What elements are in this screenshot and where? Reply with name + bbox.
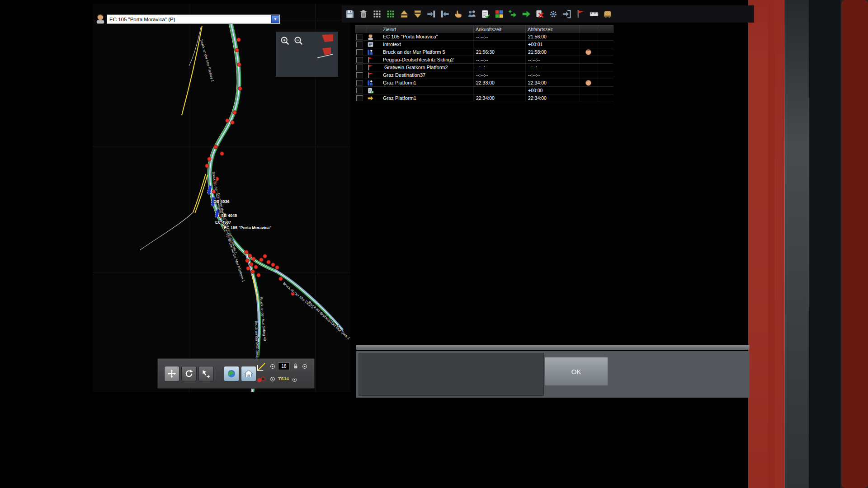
train-marker-dot[interactable] bbox=[237, 63, 241, 66]
train-marker-dot[interactable] bbox=[250, 263, 253, 266]
train-marker-dot[interactable] bbox=[226, 119, 229, 122]
save-icon[interactable] bbox=[345, 9, 354, 19]
remove-service-icon[interactable] bbox=[535, 9, 544, 19]
train-marker-dot[interactable] bbox=[251, 270, 255, 273]
row-checkbox[interactable] bbox=[356, 88, 363, 94]
train-marker-dot[interactable] bbox=[205, 164, 209, 168]
column-header-zielort[interactable]: Zielort bbox=[381, 26, 474, 33]
train-marker-dot[interactable] bbox=[263, 254, 267, 258]
row-checkbox[interactable] bbox=[356, 57, 363, 63]
arrival-time-cell[interactable]: --:--:-- bbox=[474, 33, 526, 40]
arrival-time-cell[interactable]: 21:56:30 bbox=[474, 48, 526, 56]
train-marker-dot[interactable] bbox=[259, 258, 263, 262]
train-marker-dot[interactable] bbox=[245, 250, 248, 254]
train-marker-dot[interactable] bbox=[245, 259, 249, 263]
timetable-row[interactable]: Graz Destination37--:--:----:--:-- bbox=[355, 71, 613, 79]
radio-option-icon[interactable] bbox=[269, 363, 276, 370]
grid-icon[interactable] bbox=[373, 9, 382, 19]
train-marker-dot[interactable] bbox=[275, 266, 279, 269]
destination-cell[interactable]: Peggau-Deutschfeistritz Siding2 bbox=[381, 56, 474, 63]
arrival-time-cell[interactable]: 22:34:00 bbox=[474, 94, 526, 102]
destination-cell[interactable] bbox=[381, 87, 474, 94]
overview-minimap[interactable] bbox=[276, 32, 338, 77]
row-checkbox[interactable] bbox=[356, 95, 363, 101]
hand-icon[interactable] bbox=[454, 9, 463, 19]
train-icon[interactable] bbox=[603, 9, 612, 19]
grid-color-icon[interactable] bbox=[495, 9, 504, 19]
departure-time-cell[interactable]: 21:58:00 bbox=[526, 48, 580, 56]
departure-time-cell[interactable]: 22:34:00 bbox=[526, 94, 580, 102]
departure-time-cell[interactable]: 21:56:00 bbox=[526, 33, 580, 40]
arrival-time-cell[interactable]: 22:33:00 bbox=[474, 79, 526, 86]
train-marker-dot[interactable] bbox=[208, 157, 211, 161]
row-checkbox[interactable] bbox=[356, 80, 363, 86]
column-header-ankunftszeit[interactable]: Ankunftszeit bbox=[474, 26, 526, 33]
train-marker-dot[interactable] bbox=[220, 152, 224, 155]
destination-cell[interactable]: Gratwein-Gratkorn Platform2 bbox=[381, 64, 474, 71]
lock-icon[interactable] bbox=[292, 362, 299, 370]
row-checkbox[interactable] bbox=[356, 49, 363, 55]
move-down-icon[interactable] bbox=[413, 9, 422, 19]
insert-before-icon[interactable] bbox=[427, 9, 436, 19]
destination-cell[interactable]: Introtext bbox=[381, 41, 474, 48]
column-header-abfahrtszeit[interactable]: Abfahrtszeit bbox=[526, 26, 580, 33]
go-arrow-icon[interactable] bbox=[522, 9, 531, 19]
crew-icon[interactable] bbox=[467, 9, 476, 19]
timetable-row[interactable]: +00:00 bbox=[355, 87, 613, 94]
train-selector-dropdown[interactable]: EC 105 "Porta Moravica" (P) ▼ bbox=[107, 14, 280, 24]
departure-time-cell[interactable]: +00:00 bbox=[526, 87, 580, 94]
radio-option-icon[interactable] bbox=[292, 377, 297, 383]
ruler-icon[interactable] bbox=[590, 9, 599, 19]
train-marker-dot[interactable] bbox=[233, 111, 236, 114]
departure-time-cell[interactable]: --:--:-- bbox=[526, 64, 580, 71]
departure-time-cell[interactable]: +00:01 bbox=[526, 41, 580, 48]
train-marker-dot[interactable] bbox=[237, 38, 241, 42]
track-map-panel[interactable]: Bruck an der Mur Factory 1Bruck an der M… bbox=[93, 4, 350, 392]
departure-time-cell[interactable]: 22:34:00 bbox=[526, 79, 580, 86]
train-marker-dot[interactable] bbox=[252, 257, 255, 261]
destination-cell[interactable]: Graz Destination37 bbox=[381, 71, 474, 79]
timetable-row[interactable]: Graz Platform122:33:0022:34:00 bbox=[355, 79, 613, 87]
arrival-time-cell[interactable] bbox=[474, 41, 526, 48]
arrival-time-cell[interactable] bbox=[474, 87, 526, 94]
arrival-time-cell[interactable]: --:--:-- bbox=[474, 64, 526, 71]
train-marker-dot[interactable] bbox=[254, 265, 258, 269]
scale-tool-button[interactable] bbox=[198, 366, 214, 381]
train-marker-dot[interactable] bbox=[267, 260, 270, 264]
zoom-level-value[interactable]: 18 bbox=[278, 362, 290, 370]
train-marker-dot[interactable] bbox=[231, 121, 234, 124]
departure-time-cell[interactable]: --:--:-- bbox=[526, 71, 580, 79]
destination-cell[interactable]: Graz Platform1 bbox=[381, 94, 474, 102]
timetable-row[interactable]: Graz Platform122:34:0022:34:00 bbox=[355, 94, 613, 102]
arrival-time-cell[interactable]: --:--:-- bbox=[474, 56, 526, 63]
train-marker-dot[interactable] bbox=[248, 254, 252, 258]
destination-cell[interactable]: Bruck an der Mur Platform 5 bbox=[381, 48, 474, 56]
train-marker-dot[interactable] bbox=[235, 48, 239, 52]
radio-option-icon[interactable] bbox=[302, 363, 308, 370]
insert-after-icon[interactable] bbox=[440, 9, 449, 19]
add-service-icon[interactable] bbox=[508, 9, 517, 19]
row-checkbox[interactable] bbox=[356, 72, 363, 78]
home-view-button[interactable] bbox=[241, 366, 256, 381]
grid-green-icon[interactable] bbox=[386, 9, 395, 19]
row-checkbox[interactable] bbox=[356, 65, 363, 70]
train-marker-dot[interactable] bbox=[279, 277, 283, 281]
row-checkbox[interactable] bbox=[356, 34, 363, 40]
delete-icon[interactable] bbox=[359, 9, 368, 19]
destination-cell[interactable]: EC 105 "Porta Moravica" bbox=[381, 33, 474, 40]
timetable-row[interactable]: Gratwein-Gratkorn Platform2--:--:----:--… bbox=[355, 64, 613, 71]
chevron-down-icon[interactable]: ▼ bbox=[271, 15, 279, 23]
measure-icon[interactable] bbox=[256, 362, 267, 372]
checklist-icon[interactable] bbox=[481, 9, 490, 19]
destination-cell[interactable]: Graz Platform1 bbox=[381, 79, 474, 86]
train-marker-dot[interactable] bbox=[257, 273, 260, 277]
radio-option-icon[interactable] bbox=[269, 376, 276, 382]
settings-icon[interactable] bbox=[549, 9, 558, 19]
exit-icon[interactable] bbox=[562, 9, 571, 19]
arrival-time-cell[interactable]: --:--:-- bbox=[474, 71, 526, 79]
timetable-row[interactable]: Bruck an der Mur Platform 521:56:3021:58… bbox=[355, 48, 613, 56]
coupling-tool-icon[interactable] bbox=[256, 375, 267, 385]
ok-button[interactable]: OK bbox=[544, 357, 608, 386]
train-marker-dot[interactable] bbox=[271, 263, 275, 267]
timetable-row[interactable]: EC 105 "Porta Moravica"--:--:--21:56:00 bbox=[355, 33, 613, 41]
